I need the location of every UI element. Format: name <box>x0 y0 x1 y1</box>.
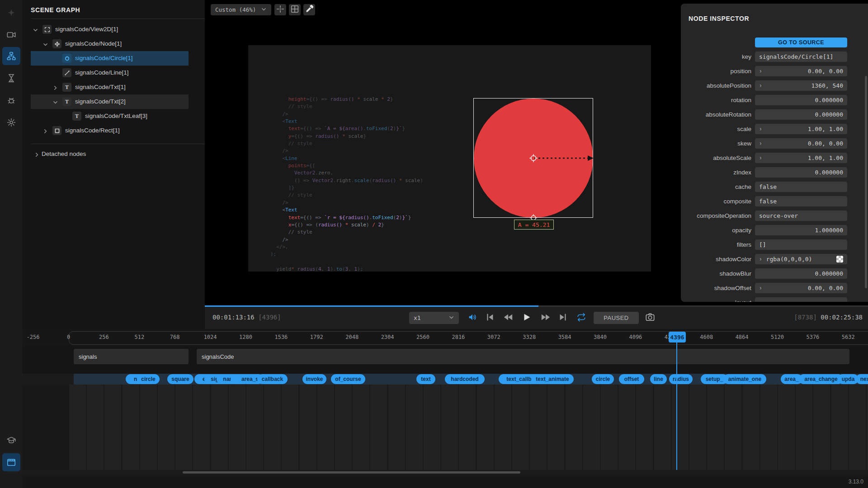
chevron-down-icon[interactable] <box>52 99 58 105</box>
timeline-event-text_animate[interactable]: text_animate <box>531 374 574 384</box>
divider <box>31 19 205 19</box>
playback-speed-dropdown[interactable]: x1 <box>409 312 459 324</box>
volume-button[interactable] <box>467 312 478 324</box>
property-field[interactable]: source-over <box>755 211 847 221</box>
timeline-event-circle[interactable]: circle <box>592 374 614 384</box>
scene-canvas: height={() => radius() * scale * 2} // s… <box>248 45 651 272</box>
timeline-horizontal-scrollbar[interactable] <box>183 471 520 474</box>
property-field[interactable]: false <box>755 182 847 192</box>
property-field[interactable]: ›1.00, 1.00 <box>755 124 847 134</box>
chevron-down-icon[interactable] <box>33 27 38 33</box>
loop-button[interactable] <box>576 312 587 324</box>
tree-node-rect-1-[interactable]: signalsCode/Rect[1] <box>31 123 189 138</box>
zoom-level-dropdown[interactable]: Custom (46%) <box>211 4 271 15</box>
property-field[interactable]: false <box>755 196 847 206</box>
timeline-event-nex[interactable]: nex <box>856 374 868 384</box>
property-field[interactable]: 0.000000 <box>755 268 847 279</box>
last-frame-button[interactable] <box>557 312 569 324</box>
property-field[interactable] <box>755 297 847 302</box>
property-label: absolutePosition <box>707 82 751 89</box>
ruler-tick: 4096 <box>629 334 642 340</box>
screenshot-button[interactable] <box>644 312 656 324</box>
timeline-event-square[interactable]: square <box>167 374 193 384</box>
chevron-right-icon[interactable] <box>42 128 48 134</box>
property-field[interactable]: 0.000000 <box>755 167 847 178</box>
property-field[interactable]: signalsCode/Circle[1] <box>755 52 847 62</box>
tree-node-node-1-[interactable]: signalsCode/Node[1] <box>31 37 189 51</box>
property-field[interactable]: ›rgba(0,0,0,0) <box>755 254 847 264</box>
property-field[interactable]: 0.000000 <box>755 109 847 120</box>
color-picker-button[interactable] <box>303 4 315 15</box>
detached-nodes-row[interactable]: Detached nodes <box>31 147 189 161</box>
playhead-line[interactable] <box>676 342 677 470</box>
timeline-event-offset[interactable]: offset <box>619 374 644 384</box>
inspector-row-layout: layout <box>681 297 868 302</box>
property-field[interactable]: 1.000000 <box>755 225 847 235</box>
timeline-event-invoke[interactable]: invoke <box>302 374 326 384</box>
color-swatch[interactable] <box>836 256 843 263</box>
timeline-event-area_change[interactable]: area_change <box>799 374 843 384</box>
ruler-tick: -256 <box>27 334 40 340</box>
playhead-frame-badge[interactable]: 4396 <box>669 332 686 343</box>
expand-arrow-icon[interactable]: › <box>759 82 762 89</box>
tree-node-txt-1-[interactable]: TsignalsCode/Txt[1] <box>31 80 189 94</box>
tree-node-view2d-1-[interactable]: signalsCode/View2D[1] <box>31 22 189 37</box>
property-label: cache <box>735 183 751 190</box>
expand-arrow-icon[interactable]: › <box>759 284 762 292</box>
rewind-button[interactable] <box>502 312 514 324</box>
area-text-node[interactable]: A = 45.21 <box>514 220 554 230</box>
timeline-event-animate_one[interactable]: animate_one <box>723 374 766 384</box>
first-frame-button[interactable] <box>484 312 496 324</box>
timeline-event-callback[interactable]: callback <box>257 374 288 384</box>
circle-node-icon <box>62 54 71 63</box>
rail-hourglass-icon[interactable] <box>2 69 20 87</box>
expand-arrow-icon[interactable]: › <box>759 125 762 133</box>
timeline-event-hardcoded[interactable]: hardcoded <box>445 374 485 384</box>
timeline-grid <box>22 385 868 470</box>
rail-logo-icon[interactable] <box>2 4 20 22</box>
tree-node-circle-1-[interactable]: signalsCode/Circle[1] <box>31 51 189 66</box>
go-to-source-button[interactable]: GO TO SOURCE <box>755 38 847 47</box>
scene-box-signals[interactable]: signals <box>74 349 189 364</box>
expand-arrow-icon[interactable]: › <box>759 255 762 263</box>
timeline-event-radius[interactable]: radius <box>669 374 693 384</box>
rail-graduation-cap-icon[interactable] <box>2 432 20 450</box>
rail-bug-icon[interactable] <box>2 91 20 109</box>
property-field[interactable]: ›1360, 540 <box>755 80 847 91</box>
expand-arrow-icon[interactable]: › <box>759 67 762 75</box>
property-value: false <box>759 183 843 190</box>
ruler-tick: 1536 <box>274 334 288 340</box>
property-field[interactable]: ›0.00, 0.00 <box>755 66 847 76</box>
inspector-row-shadowColor: shadowColor›rgba(0,0,0,0) <box>681 254 868 264</box>
inspector-scrollbar[interactable] <box>865 76 867 288</box>
property-label: shadowOffset <box>714 285 751 291</box>
tree-node-line-1-[interactable]: signalsCode/Line[1] <box>31 66 189 80</box>
current-time: 00:01:13:16 [4396] <box>212 314 281 321</box>
timeline-event-line[interactable]: line <box>650 374 667 384</box>
property-field[interactable]: ›1.00, 1.00 <box>755 153 847 163</box>
scene-box-signalsCode[interactable]: signalsCode <box>197 349 849 364</box>
timeline-event-circle[interactable]: circle <box>137 374 160 384</box>
chevron-down-icon[interactable] <box>42 41 48 47</box>
timeline-event-of_course[interactable]: of_course <box>331 374 365 384</box>
tree-node-txt-2-[interactable]: TsignalsCode/Txt[2] <box>31 94 189 109</box>
property-field[interactable]: [] <box>755 239 847 250</box>
timeline-ruler[interactable]: -256025651276810241280153617922048230425… <box>22 329 868 346</box>
property-field[interactable]: ›0.00, 0.00 <box>755 283 847 293</box>
rail-gear-icon[interactable] <box>2 113 20 131</box>
rail-camera-icon[interactable] <box>2 26 20 44</box>
grid-toggle-button[interactable] <box>289 4 301 15</box>
chevron-right-icon[interactable] <box>52 84 58 90</box>
expand-arrow-icon[interactable]: › <box>759 140 762 147</box>
center-view-button[interactable] <box>274 4 286 15</box>
chevron-right-icon[interactable] <box>34 151 40 157</box>
fast-forward-button[interactable] <box>540 312 552 324</box>
tree-node-txtleaf-3-[interactable]: TsignalsCode/TxtLeaf[3] <box>31 109 189 123</box>
property-field[interactable]: ›0.00, 0.00 <box>755 138 847 149</box>
rail-film-icon[interactable] <box>2 453 20 471</box>
rail-scene-graph-icon[interactable] <box>2 47 20 65</box>
play-button[interactable] <box>521 312 533 324</box>
property-field[interactable]: 0.000000 <box>755 95 847 105</box>
expand-arrow-icon[interactable]: › <box>759 154 762 162</box>
timeline-event-text[interactable]: text <box>416 374 435 384</box>
